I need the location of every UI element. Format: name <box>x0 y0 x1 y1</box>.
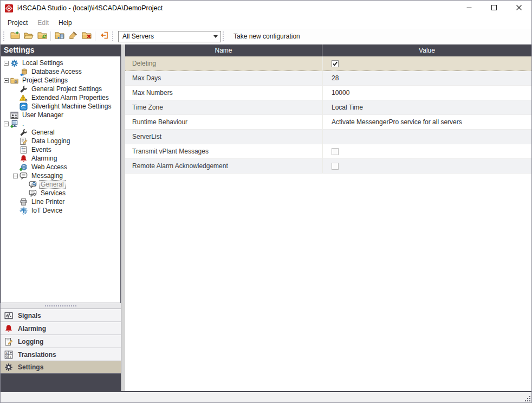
export-project-button[interactable] <box>53 30 66 42</box>
new-project-button[interactable] <box>8 30 22 42</box>
open-project-button[interactable] <box>22 30 35 42</box>
setting-name-cell: Time Zone <box>125 100 322 114</box>
tree-item[interactable]: Messaging <box>1 171 120 180</box>
table-row[interactable]: Transmit vPlant Messages <box>125 144 531 159</box>
tree-item[interactable]: Web Access <box>1 163 120 171</box>
menu-item-help[interactable]: Help <box>54 17 77 28</box>
server-combobox[interactable]: All Servers <box>118 31 221 42</box>
checkbox-unchecked[interactable] <box>332 148 339 155</box>
menu-bar: ProjectEditHelp <box>1 16 531 29</box>
user-manager-icon <box>10 111 18 119</box>
setting-value-text[interactable]: 10000 <box>332 89 349 97</box>
menu-item-project[interactable]: Project <box>3 17 33 28</box>
sidebar-item-signals[interactable]: Signals <box>1 309 121 322</box>
tree-item[interactable]: General Project Settings <box>1 85 120 93</box>
exit-button[interactable] <box>97 30 111 42</box>
setting-value-cell: Local Time <box>322 100 531 114</box>
table-row[interactable]: Max Days28 <box>125 71 531 86</box>
delete-project-button[interactable] <box>80 30 93 42</box>
checkbox-unchecked[interactable] <box>332 163 339 170</box>
table-row[interactable]: Time ZoneLocal Time <box>125 100 531 115</box>
setting-value-cell <box>322 159 531 173</box>
setting-value-text[interactable]: Activate MessengerPro service for all se… <box>332 118 462 126</box>
app-logo-icon <box>5 4 13 12</box>
panel-divider[interactable] <box>121 44 125 391</box>
toolbar-grip[interactable] <box>3 31 7 41</box>
tree-item-label: General Project Settings <box>30 85 103 93</box>
sidebar-nav: SignalsAlarmingLoggingAaTranslationsSett… <box>1 309 121 374</box>
grid-header: Name Value <box>125 44 531 56</box>
tree-item[interactable]: Silverlight Machine Settings <box>1 102 120 111</box>
minimize-button[interactable] <box>457 1 482 16</box>
table-row[interactable]: Deleting <box>125 56 531 71</box>
take-new-configuration-button[interactable]: Take new configuration <box>228 30 306 42</box>
tree-collapse-icon[interactable] <box>4 61 9 66</box>
table-row[interactable]: Runtime BehaviourActivate MessengerPro s… <box>125 115 531 130</box>
tree-collapse-icon[interactable] <box>4 121 9 126</box>
settings-grid-panel: Name Value DeletingMax Days28Max Numbers… <box>125 44 531 391</box>
setting-value-cell <box>322 144 531 158</box>
sidebar-item-label: Alarming <box>18 325 46 332</box>
tree-item[interactable]: Project Settings <box>1 76 120 85</box>
tree-collapse-icon[interactable] <box>13 174 18 178</box>
tree-item-label: General <box>39 180 66 189</box>
tree-item[interactable]: General <box>1 128 120 137</box>
sidebar-item-label: Signals <box>18 312 41 319</box>
tree-item[interactable]: Line Printer <box>1 197 120 206</box>
sidebar-item-translations[interactable]: AaTranslations <box>1 348 121 361</box>
folder-gear-icon <box>10 76 18 85</box>
reload-project-button[interactable] <box>35 30 49 42</box>
setting-value-cell <box>322 130 531 144</box>
setting-value-text[interactable]: 28 <box>332 74 339 82</box>
folder-refresh-icon <box>37 31 47 42</box>
gear-blue-icon <box>10 59 18 67</box>
setting-name-cell: Max Days <box>125 71 322 85</box>
close-button[interactable] <box>507 1 531 16</box>
tree-item[interactable]: Extended Alarm Properties <box>1 93 120 102</box>
toolbar: All Servers Take new configuration <box>1 29 531 43</box>
table-row[interactable]: Remote Alarm Acknowledgement <box>125 159 531 174</box>
setting-name-cell: Max Numbers <box>125 86 322 100</box>
tree-item[interactable]: . <box>1 119 120 128</box>
column-header-name[interactable]: Name <box>125 44 322 56</box>
silverlight-icon <box>20 103 28 111</box>
toolbar-grip[interactable] <box>223 31 226 41</box>
tree-item[interactable]: IoT Device <box>1 206 120 215</box>
table-row[interactable]: ServerList <box>125 130 531 144</box>
sidebar-item-logging[interactable]: Logging <box>1 335 121 348</box>
iot-icon <box>20 207 28 215</box>
tree-item[interactable]: Services <box>1 189 120 197</box>
sidebar-item-settings[interactable]: Settings <box>1 361 121 374</box>
tree-item-label: Project Settings <box>21 76 69 85</box>
tree-item-label: Alarming <box>30 154 59 163</box>
maximize-button[interactable] <box>482 1 507 16</box>
tree-item-label: Silverlight Machine Settings <box>30 102 113 111</box>
setting-name-cell: Deleting <box>125 56 322 71</box>
tree-item-label: User Manager <box>21 111 65 119</box>
toolbar-separator <box>50 31 51 41</box>
setting-value-text[interactable]: Local Time <box>332 104 363 111</box>
toolbar-grip[interactable] <box>112 31 115 41</box>
tree-item[interactable]: User Manager <box>1 111 120 119</box>
window-controls <box>457 1 531 16</box>
tree-item[interactable]: Alarming <box>1 154 120 163</box>
tree-item[interactable]: Local Settings <box>1 59 120 67</box>
menu-item-edit: Edit <box>33 17 54 28</box>
chevron-down-icon[interactable] <box>211 31 220 42</box>
server-combobox-value: All Servers <box>119 33 211 40</box>
tree-item[interactable]: Database Access <box>1 67 120 76</box>
tree-item[interactable]: Data Logging <box>1 137 120 145</box>
exit-icon <box>99 31 109 42</box>
tree-collapse-icon[interactable] <box>4 78 9 83</box>
logging-icon <box>4 337 13 346</box>
checkbox-checked[interactable] <box>332 60 339 67</box>
tree-item[interactable]: General <box>1 180 120 189</box>
folder-new-icon <box>10 31 20 42</box>
panel-splitter[interactable] <box>1 303 121 309</box>
tree-item[interactable]: Events <box>1 145 120 154</box>
column-header-value[interactable]: Value <box>322 44 531 56</box>
clean-project-button[interactable] <box>66 30 80 42</box>
table-row[interactable]: Max Numbers10000 <box>125 86 531 100</box>
sidebar-item-alarming[interactable]: Alarming <box>1 322 121 335</box>
resize-grip-icon[interactable] <box>524 395 530 401</box>
